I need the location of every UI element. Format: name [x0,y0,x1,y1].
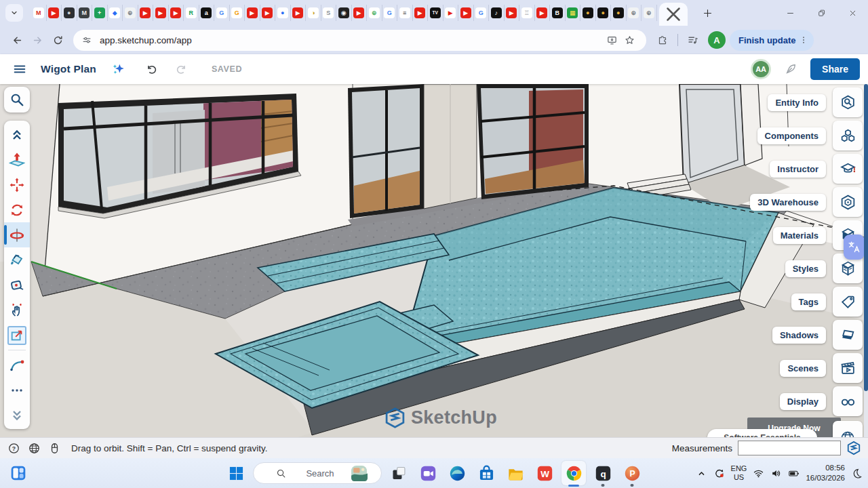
push-pull-tool-button[interactable] [4,147,30,172]
browser-tab-gold[interactable]: ◑ [306,5,321,21]
panel-button-instructor[interactable] [833,154,863,184]
browser-tab-sphere[interactable]: ● [275,5,291,21]
ai-sparkle-button[interactable] [107,58,130,81]
browser-tab-youtube[interactable]: ▶ [505,5,520,21]
browser-tab-ytcircle[interactable]: ▶ [443,5,459,21]
browser-tab-youtube[interactable]: ▶ [245,5,260,21]
active-tab[interactable] [659,3,688,26]
account-avatar[interactable]: AA [751,59,771,79]
extensions-button[interactable] [653,30,672,49]
edge-taskbar-button[interactable] [445,461,469,485]
volume-button[interactable] [770,468,782,479]
browser-tab-youtube[interactable]: ▶ [535,5,551,21]
browser-tab-tv[interactable]: TV [428,5,443,21]
browser-tab-globe[interactable]: ⊕ [627,5,642,21]
geolocation-button[interactable] [833,421,863,437]
task-view-taskbar-button[interactable] [387,461,411,485]
browser-tab-gmail[interactable]: M [31,5,47,21]
browser-tab-bars[interactable]: ≡ [397,5,413,21]
measurements-input[interactable] [738,441,841,455]
browser-tab-youtube[interactable]: ▶ [291,5,307,21]
more-tools-button[interactable] [4,378,30,403]
panel-button-entity-info[interactable] [833,87,863,117]
language-button[interactable] [27,441,41,455]
browser-tab-greenglobe[interactable]: ⊕ [367,5,382,21]
panel-button-display[interactable] [833,386,863,416]
close-window-button[interactable] [837,0,868,26]
url-text[interactable]: app.sketchup.com/app [100,35,192,45]
orbit-tool-button[interactable] [4,222,30,247]
pan-tool-button[interactable] [4,298,30,323]
share-button[interactable]: Share [810,58,860,80]
browser-tab-youtube[interactable]: ▶ [260,5,276,21]
site-settings-icon[interactable] [81,35,92,45]
browser-tab-dark[interactable]: ● [62,5,77,21]
tape-measure-tool-button[interactable] [4,272,30,298]
browser-tab-coin[interactable]: ● [580,5,596,21]
maximize-button[interactable] [806,0,837,26]
main-menu-button[interactable] [8,58,31,81]
panel-button-tags[interactable] [833,287,863,317]
feedback-pen-button[interactable] [779,58,802,81]
collapse-tools-button[interactable] [4,122,30,147]
new-tab-button[interactable] [698,3,717,22]
panel-button-shadows[interactable] [833,320,863,350]
presentation-app-taskbar-button[interactable]: P [620,461,644,485]
panel-button-scenes[interactable] [833,353,863,383]
browser-tab-green[interactable]: R [184,5,199,21]
browser-tab-tiktok[interactable]: ♪ [489,5,505,21]
translate-widget[interactable] [844,235,865,260]
wps-office-taskbar-button[interactable]: W [532,461,557,485]
tab-close-icon[interactable] [659,3,688,26]
file-explorer-taskbar-button[interactable] [503,461,528,485]
install-app-button[interactable] [603,31,620,49]
arc-tool-button[interactable] [4,352,30,378]
screen-record-indicator[interactable] [713,468,725,479]
browser-tab-studio[interactable]: M [77,5,93,21]
browser-tab-coin[interactable]: ● [596,5,612,21]
browser-tab-blackdot[interactable]: a [199,5,215,21]
browser-tab-youtube[interactable]: ▶ [47,5,62,21]
browser-tab-orange[interactable]: G [230,5,245,21]
finish-update-chip[interactable]: Finish update [730,30,814,51]
browser-tab-youtube[interactable]: ▶ [352,5,368,21]
taskbar-search[interactable]: Search [253,462,382,484]
scale-tool-button[interactable] [4,323,30,348]
media-controls-button[interactable] [684,30,703,49]
reload-button[interactable] [47,30,68,50]
paint-tool-button[interactable] [4,247,30,272]
browser-tab-google[interactable]: G [214,5,230,21]
browser-tab-google[interactable]: G [382,5,398,21]
search-tools-button[interactable] [4,87,30,113]
omnibox[interactable]: app.sketchup.com/app [73,30,646,51]
language-switcher[interactable]: ENGUS [731,464,747,481]
tab-overflow-chevron-icon[interactable] [5,4,23,22]
chrome-taskbar-button[interactable] [561,461,586,485]
browser-tab-youtube[interactable]: ▶ [169,5,184,21]
browser-tab-cam[interactable]: ◉ [336,5,352,21]
q-app-taskbar-button[interactable]: q [591,461,615,485]
back-button[interactable] [7,30,27,50]
browser-tab-bolt[interactable]: B [550,5,566,21]
rotate-tool-button[interactable] [4,197,30,222]
bookmark-button[interactable] [620,31,638,49]
browser-tab-youtube[interactable]: ▶ [138,5,154,21]
browser-tab-compass[interactable]: ◆ [108,5,123,21]
widgets-button[interactable] [8,463,28,483]
tray-expand-button[interactable] [696,468,707,479]
browser-tab-youtube[interactable]: ▶ [413,5,429,21]
night-mode-indicator[interactable] [851,468,863,479]
browser-tab-globe[interactable]: ⊕ [642,5,657,21]
move-tool-button[interactable] [4,172,30,197]
expand-tools-button[interactable] [4,403,30,428]
browser-tab-statue[interactable]: ♖ [519,5,535,21]
chat-taskbar-button[interactable] [416,461,440,485]
redo-button[interactable] [171,58,194,81]
battery-button[interactable] [788,468,800,479]
browser-menu-button[interactable] [796,33,811,47]
minimize-button[interactable] [774,0,806,26]
browser-tab-youtube[interactable]: ▶ [153,5,169,21]
profile-avatar[interactable]: A [708,31,726,49]
browser-tab-coin[interactable]: ● [611,5,627,21]
browser-tab-chart[interactable]: ▦ [566,5,581,21]
